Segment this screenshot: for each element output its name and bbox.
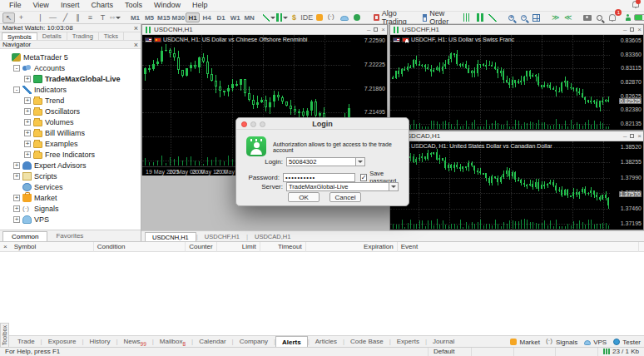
line-chart-type-icon[interactable] [486, 12, 498, 23]
nav-item-expert-advisors[interactable]: +Expert Advisors [0, 160, 141, 171]
timeframe-button-m15[interactable]: M15 [156, 12, 171, 22]
zoom-out-icon[interactable]: − [518, 12, 530, 23]
chart-window-titlebar[interactable]: USDCHF,H1 – [390, 25, 643, 35]
menu-item-insert[interactable]: Insert [55, 0, 86, 11]
menu-item-charts[interactable]: Charts [85, 0, 119, 11]
nav-item-volumes[interactable]: +Volumes [0, 116, 141, 127]
community-icon[interactable] [350, 12, 363, 23]
nav-item-trademaxglobal-live[interactable]: +TradeMaxGlobal-Live [0, 73, 141, 84]
column-header-limit[interactable]: Limit [217, 242, 260, 252]
market-watch-tab-ticks[interactable]: Ticks [99, 32, 124, 40]
vps-button[interactable]: VPS [584, 339, 607, 346]
tester-button[interactable]: Tester [613, 339, 641, 346]
column-header-expiration[interactable]: Expiration [306, 242, 398, 252]
chart-window-titlebar[interactable]: USDCNH,H1 – [142, 25, 387, 35]
fibonacci-tool-icon[interactable]: ≡ [84, 12, 97, 23]
maximize-icon[interactable] [630, 134, 634, 138]
nav-item-vps[interactable]: +VPS [0, 214, 141, 225]
toolbox-tab-experts[interactable]: Experts [391, 336, 425, 347]
password-input[interactable]: •••••••••• [283, 173, 355, 182]
connection-quality-icon[interactable] [634, 12, 644, 23]
chart-plot-usdcad[interactable]: USDCAD, H1: United States Dollar vs Cana… [390, 141, 643, 230]
new-order-button[interactable]: New Order [419, 12, 454, 23]
toolbox-tab-calendar[interactable]: Calendar [193, 336, 231, 347]
chart-tab-usdcad-h1[interactable]: USDCAD,H1 [248, 232, 297, 241]
tile-windows-icon[interactable] [530, 12, 542, 23]
menu-item-view[interactable]: View [27, 0, 55, 11]
ide-button[interactable]: IDE [300, 12, 313, 23]
objects-dropdown-icon[interactable] [275, 12, 288, 23]
channel-tool-icon[interactable]: ∥ [72, 12, 84, 23]
login-combo-arrow-icon[interactable] [356, 157, 365, 166]
horizontal-line-tool-icon[interactable]: — [47, 12, 59, 23]
bar-chart-type-icon[interactable] [461, 12, 473, 23]
status-profile[interactable]: Default [429, 348, 472, 356]
navigator-tab-common[interactable]: Common [2, 231, 47, 241]
ok-button[interactable]: OK [288, 192, 320, 202]
vertical-line-tool-icon[interactable]: | [34, 12, 47, 23]
alerts-bell-icon[interactable]: 1 [606, 12, 618, 23]
collapse-icon[interactable]: - [13, 65, 20, 72]
nav-item-free-indicators[interactable]: +Free Indicators [0, 149, 141, 160]
market-button[interactable]: Market [510, 339, 539, 346]
toolbox-tab-code-base[interactable]: Code Base [344, 336, 389, 347]
crosshair-tool-icon[interactable]: + [15, 12, 27, 23]
timeframe-button-m30[interactable]: M30 [171, 12, 186, 22]
chart-tab-usdchf-h1[interactable]: USDCHF,H1 [198, 232, 246, 241]
screenshot-icon[interactable] [581, 12, 593, 23]
server-input[interactable]: TradeMaxGlobal-Live [286, 182, 389, 191]
expand-icon[interactable]: + [13, 195, 20, 201]
column-header-counter[interactable]: Counter [186, 242, 217, 252]
expand-icon[interactable]: + [24, 130, 31, 136]
menu-item-tools[interactable]: Tools [119, 0, 148, 11]
deposit-icon[interactable]: $ [288, 12, 300, 23]
toolbox-tab-alerts[interactable]: Alerts [275, 336, 308, 347]
close-icon[interactable] [637, 131, 642, 141]
alerts-table-body[interactable] [0, 252, 644, 335]
collapse-icon[interactable]: - [13, 87, 20, 93]
toolbox-tab-journal[interactable]: Journal [427, 336, 460, 347]
menu-item-window[interactable]: Window [148, 0, 186, 11]
toolbox-side-tab[interactable]: Toolbox [0, 323, 9, 348]
minimize-icon[interactable]: – [623, 25, 627, 34]
login-input[interactable]: 50084302 [286, 157, 356, 166]
expand-icon[interactable]: + [24, 108, 31, 115]
zoom-in-icon[interactable]: + [505, 12, 518, 23]
close-icon[interactable] [637, 25, 642, 34]
expand-icon[interactable]: + [24, 119, 31, 126]
navigator-tab-favorites[interactable]: Favorites [47, 231, 92, 241]
toolbox-tab-trade[interactable]: Trade [12, 336, 41, 347]
column-header-symbol[interactable]: Symbol [11, 242, 94, 252]
timeframe-button-h4[interactable]: H4 [200, 12, 214, 22]
algo-trading-button[interactable]: Algo Trading [369, 12, 412, 23]
status-connection[interactable]: 23 / 1 Kb [598, 348, 644, 356]
auto-scroll-icon[interactable]: ≪ [562, 12, 574, 23]
server-combo-arrow-icon[interactable] [389, 182, 399, 191]
column-header-condition[interactable]: Condition [94, 242, 186, 252]
menu-item-help[interactable]: Help [186, 0, 214, 11]
dialog-close-traffic-light[interactable] [241, 121, 247, 127]
expand-icon[interactable]: + [24, 76, 31, 82]
save-password-checkbox[interactable] [360, 174, 368, 181]
candlestick-chart-type-icon[interactable] [473, 12, 486, 23]
toolbox-tab-news[interactable]: News99 [118, 336, 152, 347]
codebase-icon[interactable] [325, 12, 338, 23]
notifications-bell-icon[interactable] [632, 1, 639, 7]
column-header-event[interactable]: Event [398, 242, 639, 252]
nav-item-services[interactable]: +Services [0, 181, 141, 192]
toolbox-close-icon[interactable] [0, 242, 11, 252]
nav-item-scripts[interactable]: +Scripts [0, 171, 141, 181]
market-watch-header[interactable]: Market Watch: 10:03:08 [0, 24, 141, 32]
market-watch-tab-symbols[interactable]: Symbols [2, 32, 37, 40]
timeframe-button-d1[interactable]: D1 [214, 12, 228, 22]
timeframe-button-w1[interactable]: W1 [228, 12, 242, 22]
signals-button[interactable]: Signals [547, 339, 577, 346]
dialog-minimize-traffic-light[interactable] [250, 121, 256, 127]
expand-icon[interactable]: + [13, 173, 20, 180]
timeframe-button-h1[interactable]: H1 [186, 12, 200, 22]
nav-item-trend[interactable]: +Trend [0, 95, 141, 106]
maximize-icon[interactable] [630, 27, 634, 32]
navigator-header[interactable]: Navigator [0, 41, 141, 49]
account-person-icon[interactable] [622, 12, 634, 23]
expand-icon[interactable]: + [13, 216, 20, 223]
